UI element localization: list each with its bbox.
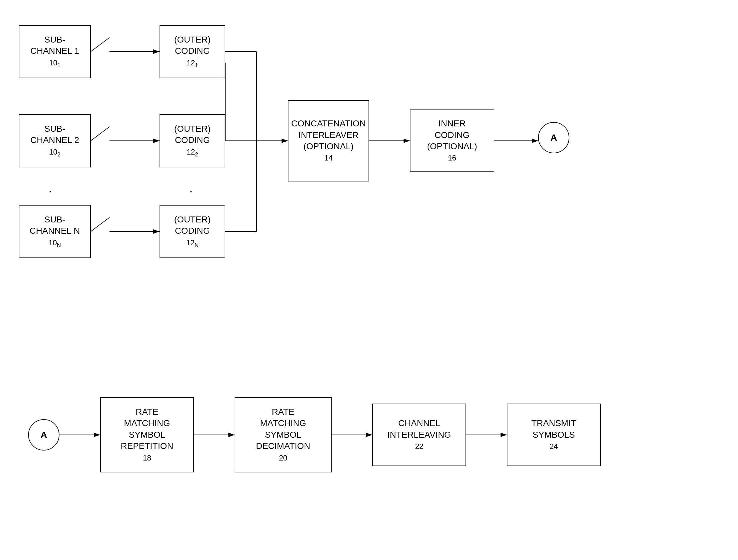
outer-codingN-label: (OUTER)CODING12N bbox=[174, 214, 211, 249]
rate-matching-decimation-box: RATEMATCHINGSYMBOLDECIMATION20 bbox=[235, 397, 332, 473]
outer-coding2-box: (OUTER)CODING122 bbox=[159, 114, 225, 168]
svg-line-1 bbox=[91, 37, 109, 52]
channel-interleaving-label: CHANNELINTERLEAVING22 bbox=[387, 417, 451, 452]
outer-coding1-label: (OUTER)CODING121 bbox=[174, 34, 211, 69]
connector-a-top: A bbox=[538, 122, 570, 153]
inner-coding-label: INNERCODING(OPTIONAL)16 bbox=[427, 118, 477, 164]
subchannel2-box: SUB-CHANNEL 2102 bbox=[19, 114, 91, 168]
outer-codingN-box: (OUTER)CODING12N bbox=[159, 205, 225, 258]
subchannel1-label: SUB-CHANNEL 1101 bbox=[30, 34, 79, 69]
rate-matching-repetition-box: RATEMATCHINGSYMBOLREPETITION18 bbox=[100, 397, 194, 473]
channel-interleaving-box: CHANNELINTERLEAVING22 bbox=[372, 403, 466, 466]
subchannelN-label: SUB-CHANNEL N10N bbox=[30, 214, 80, 249]
connector-a-top-label: A bbox=[550, 132, 557, 143]
connector-a-bottom-label: A bbox=[40, 430, 47, 440]
transmit-symbols-box: TRANSMITSYMBOLS24 bbox=[507, 403, 601, 466]
outer-coding2-label: (OUTER)CODING122 bbox=[174, 123, 211, 158]
arrows-svg bbox=[0, 0, 738, 560]
diagram-container: SUB-CHANNEL 1101 SUB-CHANNEL 2102 ··· SU… bbox=[0, 0, 738, 560]
subchannelN-box: SUB-CHANNEL N10N bbox=[19, 205, 91, 258]
subchannel2-label: SUB-CHANNEL 2102 bbox=[30, 123, 79, 158]
inner-coding-box: INNERCODING(OPTIONAL)16 bbox=[410, 109, 494, 172]
subchannel1-box: SUB-CHANNEL 1101 bbox=[19, 25, 91, 78]
rate-matching-decimation-label: RATEMATCHINGSYMBOLDECIMATION20 bbox=[256, 406, 310, 463]
transmit-symbols-label: TRANSMITSYMBOLS24 bbox=[531, 417, 576, 452]
rate-matching-repetition-label: RATEMATCHINGSYMBOLREPETITION18 bbox=[121, 406, 173, 463]
concatenation-label: CONCATENATIONINTERLEAVER(OPTIONAL)14 bbox=[291, 118, 366, 164]
concatenation-box: CONCATENATIONINTERLEAVER(OPTIONAL)14 bbox=[288, 100, 369, 182]
outer-coding1-box: (OUTER)CODING121 bbox=[159, 25, 225, 78]
svg-line-3 bbox=[91, 127, 109, 141]
connector-a-bottom: A bbox=[28, 419, 59, 451]
svg-line-5 bbox=[91, 218, 109, 232]
